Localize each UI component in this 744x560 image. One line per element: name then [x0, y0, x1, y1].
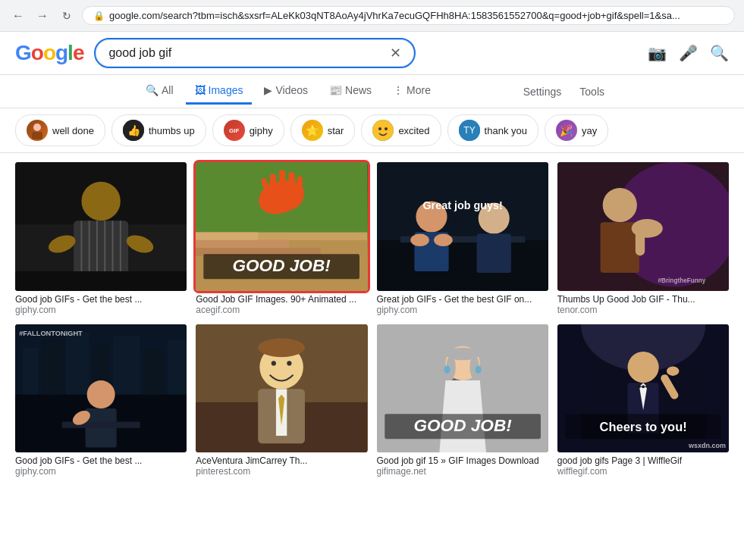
svg-point-45 — [434, 234, 453, 246]
image-results: Good job GIFs - Get the best ... giphy.c… — [0, 153, 744, 486]
tab-videos[interactable]: ▶ Videos — [255, 78, 317, 105]
settings-button[interactable]: Settings — [520, 80, 565, 104]
filter-star-label: star — [328, 125, 344, 136]
filter-well-done-label: well done — [52, 125, 94, 136]
tab-videos-label: Videos — [275, 84, 308, 96]
svg-text:GOOD JOB!: GOOD JOB! — [413, 416, 512, 435]
image-source-6: pinterest.com — [196, 466, 367, 477]
svg-point-88 — [475, 365, 481, 373]
tab-more-label: More — [407, 84, 431, 96]
image-source-1: giphy.com — [15, 305, 187, 315]
filter-yay-label: yay — [582, 125, 597, 136]
refresh-button[interactable]: ↻ — [58, 7, 76, 25]
svg-text:TY: TY — [463, 125, 475, 136]
google-logo: Google — [15, 41, 83, 65]
image-wrapper-2: GOOD JOB! — [196, 162, 367, 291]
tab-news[interactable]: 📰 News — [320, 78, 381, 105]
filter-well-done[interactable]: well done — [15, 114, 105, 146]
filter-thumbs-up[interactable]: 👍 thumbs up — [111, 114, 206, 146]
nav-right: Settings Tools — [520, 80, 607, 104]
svg-text:Cheers to you!: Cheers to you! — [599, 420, 686, 433]
image-wrapper-4: #BringtheFunny — [557, 162, 729, 291]
svg-point-73 — [287, 361, 292, 365]
image-grid-row1: Good job GIFs - Get the best ... giphy.c… — [15, 162, 729, 315]
clear-search-button[interactable]: ✕ — [390, 45, 401, 61]
excited-avatar — [372, 120, 394, 141]
svg-point-74 — [259, 338, 306, 357]
filter-thumbs-up-label: thumbs up — [149, 125, 195, 136]
filter-excited[interactable]: excited — [361, 114, 441, 146]
nav-tabs: 🔍 All 🖼 Images ▶ Videos 📰 News ⋮ More Se… — [0, 75, 744, 108]
browser-bar: ← → ↻ 🔒 google.com/search?tbm=isch&sxsrf… — [0, 0, 744, 32]
well-done-avatar — [27, 120, 48, 141]
image-card-6[interactable]: AceVentura JimCarrey Th... pinterest.com — [196, 324, 367, 477]
camera-icon[interactable]: 📷 — [648, 44, 667, 62]
svg-rect-61 — [144, 348, 164, 395]
filter-giphy[interactable]: GIF giphy — [212, 114, 284, 146]
svg-rect-62 — [168, 339, 187, 394]
filter-thank-you-label: thank you — [485, 125, 527, 136]
filter-yay[interactable]: 🎉 yay — [545, 114, 608, 146]
svg-rect-43 — [476, 234, 510, 273]
svg-point-98 — [642, 385, 645, 388]
svg-text:Great job guys!: Great job guys! — [422, 199, 502, 211]
yay-avatar: 🎉 — [556, 120, 577, 141]
image-card-4[interactable]: #BringtheFunny Thumbs Up Good Job GIF - … — [557, 162, 729, 315]
lock-icon: 🔒 — [93, 11, 105, 21]
filter-bar: well done 👍 thumbs up GIF giphy ⭐ star e… — [0, 108, 744, 153]
image-wrapper-7: GOOD JOB! — [377, 324, 548, 453]
svg-rect-21 — [15, 271, 187, 291]
svg-point-4 — [372, 120, 394, 141]
back-button[interactable]: ← — [9, 7, 27, 25]
tab-images-label: Images — [209, 84, 243, 96]
url-text: google.com/search?tbm=isch&sxsrf=ALeKk03… — [109, 10, 724, 21]
filter-excited-label: excited — [398, 125, 429, 136]
filter-star[interactable]: ⭐ star — [290, 114, 356, 146]
image-caption-2: Good Job GIF Images. 90+ Animated ... — [196, 294, 367, 305]
forward-button[interactable]: → — [33, 7, 52, 25]
svg-point-100 — [667, 366, 679, 375]
image-wrapper-8: Cheers to you! wsxdn.com — [557, 324, 729, 453]
giphy-avatar: GIF — [224, 120, 245, 141]
image-caption-4: Thumbs Up Good Job GIF - Thu... — [557, 294, 729, 305]
image-source-8: wifflegif.com — [557, 466, 729, 477]
image-grid-row2: #FALLONTONIGHT Good job GIFs - Get the b… — [15, 324, 729, 477]
image-card-7[interactable]: GOOD JOB! Good job gif 15 » GIF Images D… — [377, 324, 548, 477]
image-wrapper-3: Great job guys! — [377, 162, 548, 291]
svg-text:#BringtheFunny: #BringtheFunny — [658, 277, 705, 284]
svg-rect-57 — [42, 339, 62, 394]
search-input[interactable]: good job gif — [108, 46, 382, 60]
svg-rect-25 — [196, 233, 258, 240]
search-submit-icon[interactable]: 🔍 — [710, 44, 729, 62]
images-icon: 🖼 — [195, 84, 206, 96]
svg-point-52 — [631, 219, 662, 238]
videos-icon: ▶ — [264, 84, 272, 96]
image-card-3[interactable]: Great job guys! Great job GIFs - Get the… — [377, 162, 548, 315]
image-source-2: acegif.com — [196, 305, 367, 315]
microphone-icon[interactable]: 🎤 — [679, 44, 698, 62]
image-card-1[interactable]: Good job GIFs - Get the best ... giphy.c… — [15, 162, 187, 315]
address-bar[interactable]: 🔒 google.com/search?tbm=isch&sxsrf=ALeKk… — [82, 6, 735, 25]
image-card-5[interactable]: #FALLONTONIGHT Good job GIFs - Get the b… — [15, 324, 187, 477]
svg-point-11 — [81, 182, 120, 221]
tab-images[interactable]: 🖼 Images — [186, 78, 253, 105]
image-source-3: giphy.com — [377, 305, 548, 315]
image-card-8[interactable]: Cheers to you! wsxdn.com good job gifs P… — [557, 324, 729, 477]
image-card-2[interactable]: GOOD JOB! Good Job GIF Images. 90+ Anima… — [196, 162, 367, 315]
image-source-4: tenor.com — [557, 305, 729, 315]
svg-text:👍: 👍 — [127, 124, 140, 137]
thumbs-up-avatar: 👍 — [123, 120, 144, 141]
filter-thank-you[interactable]: TY thank you — [447, 114, 538, 146]
svg-rect-1 — [32, 132, 42, 139]
image-wrapper-1 — [15, 162, 187, 291]
all-icon: 🔍 — [146, 84, 159, 96]
tab-more[interactable]: ⋮ More — [384, 78, 440, 105]
svg-rect-26 — [196, 240, 289, 248]
search-box[interactable]: good job gif ✕ — [96, 39, 414, 67]
svg-point-93 — [627, 352, 658, 383]
svg-point-63 — [87, 380, 115, 408]
image-caption-3: Great job GIFs - Get the best GIF on... — [377, 294, 548, 305]
tools-button[interactable]: Tools — [576, 80, 607, 104]
watermark: wsxdn.com — [689, 442, 726, 449]
tab-all[interactable]: 🔍 All — [137, 78, 183, 105]
